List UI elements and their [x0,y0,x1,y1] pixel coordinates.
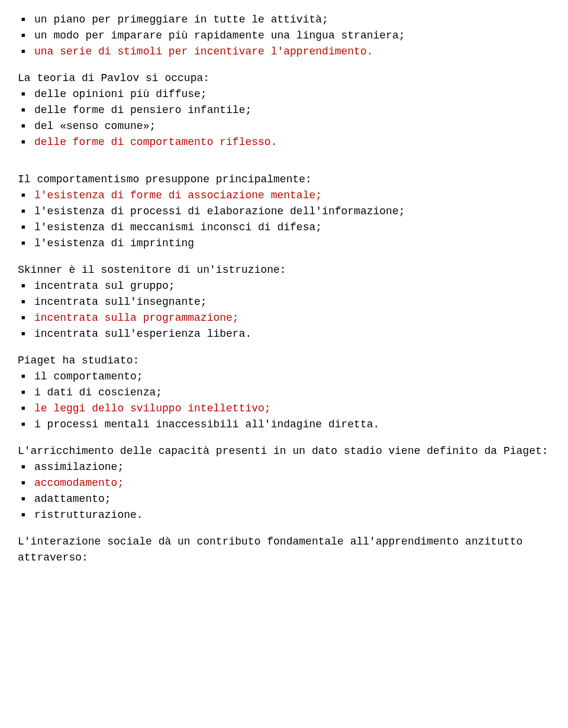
options-list: l'esistenza di forme di associazione men… [18,188,550,252]
option-item: accomodamento; [18,475,550,491]
option-item: incentrata sull'insegnante; [18,294,550,310]
option-label: adattamento; [34,493,111,505]
question-block: L'arricchimento delle capacità presenti … [18,443,550,523]
option-item: un piano per primeggiare in tutte le att… [18,12,550,28]
option-item: un modo per imparare più rapidamente una… [18,28,550,44]
option-label: incentrata sull'insegnante; [34,296,207,308]
option-item: l'esistenza di processi di elaborazione … [18,204,550,220]
option-label: del «senso comune»; [34,120,156,132]
option-item: incentrata sul gruppo; [18,278,550,294]
option-label: un modo per imparare più rapidamente una… [34,30,405,41]
options-list: assimilazione;accomodamento;adattamento;… [18,459,550,523]
option-label: l'esistenza di meccanismi inconsci di di… [34,221,322,233]
question-text: L'arricchimento delle capacità presenti … [18,443,550,459]
option-label: assimilazione; [34,461,124,473]
option-item: ristrutturazione. [18,507,550,523]
option-label: incentrata sull'esperienza libera. [34,328,251,340]
option-item: delle forme di comportamento riflesso. [18,134,550,150]
option-item: adattamento; [18,491,550,507]
option-item: l'esistenza di forme di associazione men… [18,188,550,204]
question-text: Il comportamentismo presuppone principal… [18,172,550,188]
option-label: le leggi dello sviluppo intellettivo; [34,402,271,414]
question-text: L'interazione sociale dà un contributo f… [18,534,550,566]
question-block: La teoria di Pavlov si occupa:delle opin… [18,70,550,150]
option-label: incentrata sulla programmazione; [34,312,239,324]
question-text: Piaget ha studiato: [18,353,550,369]
options-list: incentrata sul gruppo;incentrata sull'in… [18,278,550,342]
option-label: delle forme di comportamento riflesso. [34,136,277,148]
option-item: delle opinioni più diffuse; [18,86,550,102]
option-label: delle opinioni più diffuse; [34,88,207,100]
question-block: L'interazione sociale dà un contributo f… [18,534,550,566]
question-block: Il comportamentismo presuppone principal… [18,172,550,252]
option-label: incentrata sul gruppo; [34,280,175,292]
option-item: i dati di coscienza; [18,385,550,401]
option-label: i processi mentali inaccessibili all'ind… [34,418,379,430]
options-list: il comportamento;i dati di coscienza;le … [18,369,550,433]
question-text: Skinner è il sostenitore di un'istruzion… [18,262,550,278]
option-label: ristrutturazione. [34,509,143,521]
question-text: La teoria di Pavlov si occupa: [18,70,550,86]
option-item: il comportamento; [18,369,550,385]
option-item: incentrata sulla programmazione; [18,310,550,326]
option-label: una serie di stimoli per incentivare l'a… [34,46,373,57]
option-label: i dati di coscienza; [34,386,162,398]
option-label: delle forme di pensiero infantile; [34,104,251,116]
option-label: l'esistenza di forme di associazione men… [34,189,322,201]
option-item: le leggi dello sviluppo intellettivo; [18,401,550,417]
option-label: il comportamento; [34,371,143,382]
option-item: del «senso comune»; [18,118,550,134]
question-block: un piano per primeggiare in tutte le att… [18,12,550,60]
options-list: delle opinioni più diffuse;delle forme d… [18,86,550,150]
option-item: incentrata sull'esperienza libera. [18,326,550,342]
option-label: un piano per primeggiare in tutte le att… [34,14,328,25]
option-item: l'esistenza di meccanismi inconsci di di… [18,220,550,236]
options-list: un piano per primeggiare in tutte le att… [18,12,550,60]
option-item: l'esistenza di imprinting [18,236,550,252]
question-block: Skinner è il sostenitore di un'istruzion… [18,262,550,342]
document-body: un piano per primeggiare in tutte le att… [18,12,550,566]
option-label: accomodamento; [34,477,124,489]
option-item: una serie di stimoli per incentivare l'a… [18,44,550,60]
option-label: l'esistenza di imprinting [34,237,194,249]
option-item: i processi mentali inaccessibili all'ind… [18,417,550,433]
option-label: l'esistenza di processi di elaborazione … [34,205,405,217]
option-item: assimilazione; [18,459,550,475]
option-item: delle forme di pensiero infantile; [18,102,550,118]
question-block: Piaget ha studiato:il comportamento;i da… [18,353,550,433]
